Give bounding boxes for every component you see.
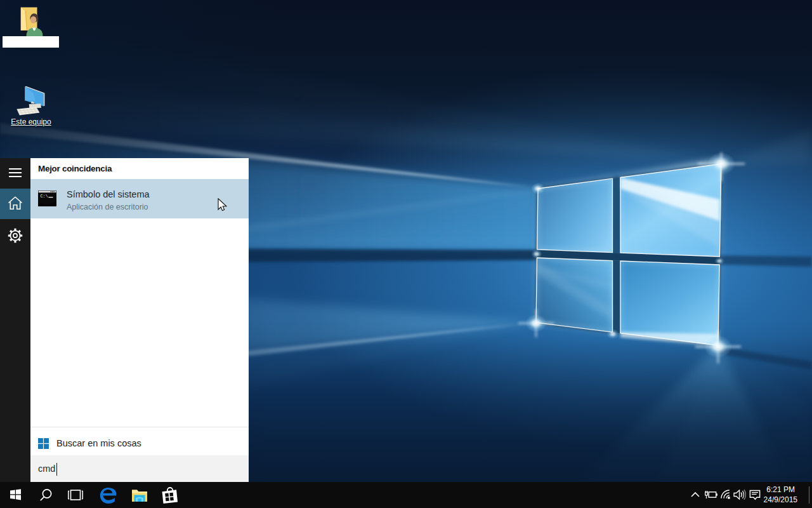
svg-text:C:\: C:\ [41, 194, 48, 199]
